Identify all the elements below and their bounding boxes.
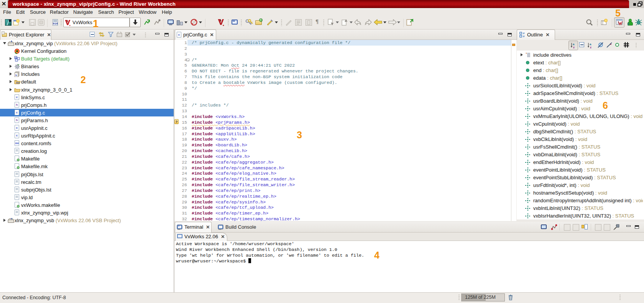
svg-text:K: K xyxy=(11,218,13,220)
svg-text:010: 010 xyxy=(16,82,20,84)
svg-text:z: z xyxy=(590,46,591,49)
svg-text:h: h xyxy=(15,74,17,77)
svg-text:01: 01 xyxy=(15,57,17,59)
svg-text:z: z xyxy=(573,46,575,49)
